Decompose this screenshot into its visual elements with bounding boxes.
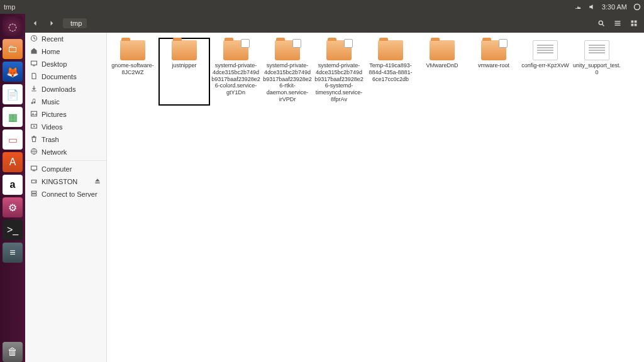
- top-menubar: tmp 3:30 AM: [0, 0, 644, 14]
- file-item[interactable]: VMwareDnD: [416, 38, 468, 106]
- svg-rect-10: [31, 191, 36, 193]
- path-crumb[interactable]: tmp: [63, 18, 87, 28]
- search-button[interactable]: [594, 16, 609, 30]
- file-name: systemd-private-4dce315bc2b749db9317baaf…: [263, 62, 312, 103]
- nautilus-window: tmp RecentHomeDesktopDocumentsDownloadsM…: [25, 14, 644, 362]
- launcher-firefox[interactable]: 🦊: [3, 62, 23, 82]
- launcher-amazon[interactable]: a: [3, 175, 23, 195]
- clock[interactable]: 3:30 AM: [599, 3, 630, 11]
- sidebar-label: Home: [42, 48, 60, 55]
- sound-indicator[interactable]: [585, 3, 599, 11]
- sidebar-label: Pictures: [42, 111, 67, 118]
- sidebar-videos[interactable]: Videos: [25, 121, 106, 133]
- down-icon: [30, 85, 38, 94]
- file-item[interactable]: unity_support_test.0: [571, 38, 623, 106]
- file-item[interactable]: systemd-private-4dce315bc2b749db9317baaf…: [313, 38, 365, 106]
- sidebar-label: Network: [42, 148, 67, 156]
- folder-icon: [172, 40, 197, 60]
- svg-rect-2: [31, 61, 37, 65]
- toolbar: tmp: [25, 14, 644, 33]
- sidebar-label: Downloads: [42, 85, 75, 93]
- file-grid[interactable]: gnome-software-8JC2WZjustnippersystemd-p…: [107, 33, 644, 362]
- svg-point-0: [599, 21, 602, 25]
- svg-rect-7: [31, 166, 37, 170]
- eject-icon[interactable]: [94, 177, 101, 186]
- file-item[interactable]: systemd-private-4dce315bc2b749db9317baaf…: [210, 38, 262, 106]
- sidebar-label: Documents: [42, 73, 77, 80]
- file-name: gnome-software-8JC2WZ: [108, 62, 157, 76]
- launcher-settings[interactable]: ⚙: [3, 197, 23, 217]
- sidebar-computer[interactable]: Computer: [25, 163, 106, 175]
- back-button[interactable]: [28, 16, 43, 30]
- folder-icon: [120, 40, 145, 60]
- file-name: systemd-private-4dce315bc2b749db9317baaf…: [314, 62, 364, 103]
- file-item[interactable]: Temp-419ca893-884d-435a-8881-6ce17cc0c2d…: [365, 38, 416, 106]
- music-icon: [30, 97, 38, 106]
- launcher-terminal[interactable]: >_: [3, 220, 23, 240]
- file-name: unity_support_test.0: [572, 62, 621, 76]
- locked-folder-icon: [275, 40, 300, 60]
- locked-folder-icon: [481, 40, 506, 60]
- folder-icon: [430, 40, 455, 60]
- launcher-dash[interactable]: ◌: [3, 16, 23, 36]
- file-name: justnipper: [172, 62, 196, 69]
- sidebar-connect-server[interactable]: Connect to Server: [25, 188, 106, 200]
- sidebar-label: Trash: [42, 136, 59, 143]
- svg-point-4: [33, 113, 34, 114]
- view-grid-button[interactable]: [626, 16, 641, 30]
- sidebar: RecentHomeDesktopDocumentsDownloadsMusic…: [25, 33, 107, 362]
- sidebar-label: Recent: [42, 35, 64, 43]
- text-file-icon: [584, 40, 609, 60]
- sidebar-pictures[interactable]: Pictures: [25, 108, 106, 121]
- sidebar-network[interactable]: Network: [25, 146, 106, 158]
- file-item[interactable]: systemd-private-4dce315bc2b749db9317baaf…: [262, 38, 313, 106]
- svg-rect-11: [31, 194, 36, 196]
- sidebar-kingston[interactable]: KINGSTON: [25, 175, 106, 188]
- file-name: vmware-root: [478, 62, 509, 69]
- sidebar-music[interactable]: Music: [25, 96, 106, 108]
- sidebar-label: Desktop: [42, 60, 67, 68]
- sidebar-desktop[interactable]: Desktop: [25, 58, 106, 70]
- doc-icon: [30, 72, 38, 81]
- sidebar-documents[interactable]: Documents: [25, 70, 106, 83]
- locked-folder-icon: [326, 40, 352, 60]
- file-name: VMwareDnD: [426, 62, 458, 69]
- launcher-files[interactable]: 🗀: [3, 39, 23, 59]
- network-indicator[interactable]: [571, 3, 585, 11]
- launcher-software[interactable]: A: [3, 152, 23, 172]
- net-icon: [30, 148, 38, 156]
- sidebar-label: Computer: [42, 165, 72, 173]
- server-icon: [30, 190, 38, 199]
- file-item[interactable]: justnipper: [158, 38, 210, 106]
- folder-icon: [378, 40, 403, 60]
- pic-icon: [30, 110, 38, 119]
- svg-rect-3: [31, 111, 37, 116]
- unity-launcher: ◌🗀🦊📄▦▭Aa⚙>_≡🗑: [0, 14, 25, 362]
- launcher-sysmon[interactable]: ≡: [3, 243, 23, 263]
- view-list-button[interactable]: [610, 16, 625, 30]
- file-item[interactable]: vmware-root: [468, 38, 519, 106]
- file-item[interactable]: gnome-software-8JC2WZ: [107, 38, 158, 106]
- sidebar-trash[interactable]: Trash: [25, 133, 106, 146]
- sidebar-label: Connect to Server: [42, 190, 97, 198]
- file-item[interactable]: config-err-KpzXvW: [519, 38, 571, 106]
- launcher-trash[interactable]: 🗑: [3, 342, 23, 362]
- sidebar-recent[interactable]: Recent: [25, 33, 106, 45]
- forward-button[interactable]: [44, 16, 59, 30]
- launcher-impress[interactable]: ▭: [3, 129, 23, 150]
- vid-icon: [30, 123, 38, 131]
- launcher-writer[interactable]: 📄: [3, 84, 23, 104]
- locked-folder-icon: [223, 40, 248, 60]
- file-name: Temp-419ca893-884d-435a-8881-6ce17cc0c2d…: [366, 62, 415, 82]
- drive-icon: [30, 177, 38, 186]
- file-name: systemd-private-4dce315bc2b749db9317baaf…: [211, 62, 260, 96]
- session-indicator[interactable]: [630, 3, 644, 11]
- clock-icon: [30, 35, 38, 43]
- sidebar-downloads[interactable]: Downloads: [25, 83, 106, 96]
- launcher-calc[interactable]: ▦: [3, 107, 23, 127]
- computer-icon: [30, 165, 38, 173]
- pathbar: tmp: [63, 18, 87, 28]
- sidebar-home[interactable]: Home: [25, 45, 106, 58]
- path-label: tmp: [70, 19, 82, 27]
- sidebar-label: KINGSTON: [42, 178, 77, 185]
